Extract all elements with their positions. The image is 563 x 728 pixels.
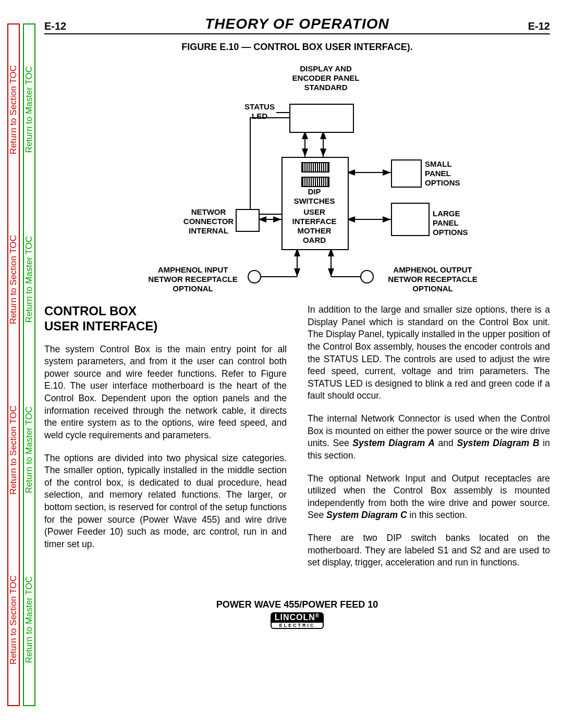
page-id-right: E-12 xyxy=(528,20,550,32)
label-amphenol-input: AMPHENOL INPUT NETWOR RECEPTACLE OPTIONA… xyxy=(136,265,250,293)
section-toc-link[interactable]: Return to Section TOC xyxy=(8,24,19,195)
page-content: E-12 THEORY OF OPERATION E-12 FIGURE E.1… xyxy=(44,16,550,630)
figure-diagram: DISPLAY AND ENCODER PANEL STANDARD STATU… xyxy=(99,58,495,298)
label-status-led: STATUS LED xyxy=(239,102,280,121)
label-display-panel: DISPLAY AND ENCODER PANEL STANDARD xyxy=(274,64,378,92)
section-heading: CONTROL BOX USER INTERFACE) xyxy=(44,304,287,334)
figure-caption: FIGURE E.10 — CONTROL BOX USER INTERFACE… xyxy=(44,42,550,53)
logo-text: LINCOLN xyxy=(275,613,315,622)
emphasis: System Diagram C xyxy=(326,510,407,520)
body-columns: CONTROL BOX USER INTERFACE) The system C… xyxy=(44,304,550,579)
section-toc-link[interactable]: Return to Section TOC xyxy=(8,535,19,706)
text-run: in this section. xyxy=(407,510,468,520)
side-nav-tabs: Return to Section TOC Return to Section … xyxy=(7,23,35,706)
label-user-interface-mb: USER INTERFACE MOTHER OARD xyxy=(286,207,343,245)
page-header: E-12 THEORY OF OPERATION E-12 xyxy=(44,16,550,34)
lincoln-logo: LINCOLN® ELECTRIC xyxy=(271,612,324,629)
paragraph: The internal Network Connector is used w… xyxy=(308,413,550,462)
master-toc-link[interactable]: Return to Master TOC xyxy=(24,24,34,195)
registered-icon: ® xyxy=(315,613,320,619)
label-amphenol-output: AMPHENOL OUTPUT NETWOR RECEPTACLE OPTION… xyxy=(375,265,490,293)
dip-switch-icon xyxy=(301,177,329,187)
text-run: and xyxy=(435,438,457,448)
paragraph: There are two DIP switch banks located o… xyxy=(308,532,550,569)
page-footer: POWER WAVE 455/POWER FEED 10 LINCOLN® EL… xyxy=(44,599,550,630)
product-model: POWER WAVE 455/POWER FEED 10 xyxy=(44,599,550,610)
label-large-panel: LARGE PANEL OPTIONS xyxy=(433,209,485,237)
master-toc-column: Return to Master TOC Return to Master TO… xyxy=(23,23,35,706)
paragraph: The system Control Box is the main entry… xyxy=(44,343,287,442)
label-dip-switches: DIP SWITCHES xyxy=(286,187,343,206)
paragraph: In addition to the large and smaller siz… xyxy=(308,304,550,402)
svg-point-9 xyxy=(361,270,373,283)
emphasis: System Diagram A xyxy=(352,438,435,448)
page-title: THEORY OF OPERATION xyxy=(205,16,389,32)
paragraph: The options are divided into two physica… xyxy=(44,452,287,551)
master-toc-link[interactable]: Return to Master TOC xyxy=(24,535,34,706)
dip-switch-icon xyxy=(301,162,329,172)
master-toc-link[interactable]: Return to Master TOC xyxy=(24,195,34,365)
label-small-panel: SMALL PANEL OPTIONS xyxy=(425,159,477,188)
box-small-panel xyxy=(391,159,422,188)
page-id-left: E-12 xyxy=(44,20,66,32)
right-column: In addition to the large and smaller siz… xyxy=(308,304,550,579)
left-column: CONTROL BOX USER INTERFACE) The system C… xyxy=(44,304,287,579)
section-toc-column: Return to Section TOC Return to Section … xyxy=(7,23,20,706)
emphasis: System Diagram B xyxy=(457,438,539,448)
section-toc-link[interactable]: Return to Section TOC xyxy=(8,195,19,365)
master-toc-link[interactable]: Return to Master TOC xyxy=(24,365,34,535)
section-toc-link[interactable]: Return to Section TOC xyxy=(8,365,19,535)
paragraph: The optional Network Input and Output re… xyxy=(308,473,550,522)
box-display-panel xyxy=(289,104,354,133)
label-network-connector: NETWOR CONNECTOR INTERNAL xyxy=(177,207,240,236)
logo-subtext: ELECTRIC xyxy=(271,623,324,629)
box-large-panel xyxy=(391,203,430,236)
